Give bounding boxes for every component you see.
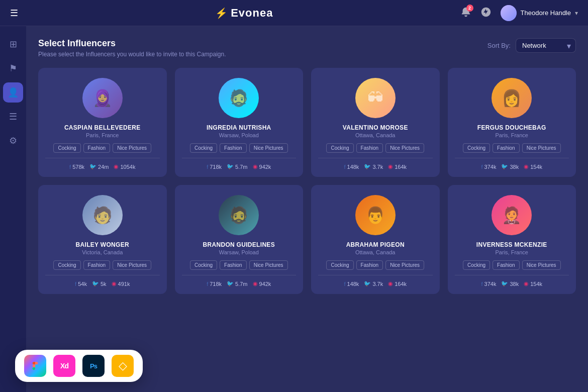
tag[interactable]: Nice Pictures bbox=[249, 143, 288, 153]
instagram-icon: ◉ bbox=[524, 163, 529, 170]
tag[interactable]: Cocking bbox=[463, 260, 490, 270]
divider bbox=[45, 158, 160, 158]
stat-facebook: f374k bbox=[481, 280, 496, 287]
stat-facebook: f54k bbox=[75, 280, 87, 287]
influencer-avatar: 👨 bbox=[355, 195, 396, 235]
influencer-location: Paris, France bbox=[86, 132, 119, 138]
twitter-icon: 🐦 bbox=[501, 280, 508, 287]
tag[interactable]: Fashion bbox=[220, 260, 247, 270]
tag[interactable]: Cocking bbox=[53, 143, 80, 153]
xd-tool[interactable]: Xd bbox=[53, 355, 75, 377]
tw-count: 3.7k bbox=[372, 164, 383, 170]
stat-facebook: f718k bbox=[207, 163, 222, 170]
ig-count: 164k bbox=[395, 164, 407, 170]
twitter-icon: 🐦 bbox=[92, 280, 99, 287]
instagram-icon: ◉ bbox=[388, 280, 393, 287]
influencer-card[interactable]: 🧔INGREDIA NUTRISHAWarsaw, PoloadCockingF… bbox=[175, 68, 304, 177]
ps-tool[interactable]: Ps bbox=[82, 355, 105, 377]
stat-twitter: 🐦5.7m bbox=[227, 280, 247, 287]
influencer-location: Warsaw, Poload bbox=[219, 249, 259, 255]
tag[interactable]: Cocking bbox=[326, 260, 353, 270]
stat-instagram: ◉491k bbox=[112, 280, 130, 287]
tag[interactable]: Fashion bbox=[83, 260, 111, 270]
tag[interactable]: Cocking bbox=[190, 143, 217, 153]
stat-twitter: 🐦5k bbox=[92, 280, 107, 287]
instagram-icon: ◉ bbox=[253, 163, 258, 170]
explore-button[interactable] bbox=[480, 7, 492, 20]
main-content: Select Influencers Please select the Inf… bbox=[26, 26, 588, 392]
tag[interactable]: Nice Pictures bbox=[113, 260, 151, 270]
tag[interactable]: Fashion bbox=[493, 260, 520, 270]
page-subtitle: Please select the Influencers you would … bbox=[38, 51, 226, 58]
influencer-name: FERGUS DOUCHEBAG bbox=[477, 124, 546, 131]
sidebar-item-list[interactable]: ☰ bbox=[3, 107, 23, 127]
influencer-avatar: 👩 bbox=[492, 78, 532, 118]
notification-button[interactable]: 2 bbox=[460, 7, 471, 20]
sort-label: Sort By: bbox=[487, 42, 511, 49]
influencer-card[interactable]: 🧔BRANDON GUIDELINESWarsaw, PoloadCocking… bbox=[175, 185, 304, 294]
stat-twitter: 🐦3.7k bbox=[364, 163, 383, 170]
tag[interactable]: Nice Pictures bbox=[113, 143, 151, 153]
tw-count: 24m bbox=[98, 164, 109, 170]
tag[interactable]: Nice Pictures bbox=[522, 260, 561, 270]
sidebar-item-grid[interactable]: ⊞ bbox=[3, 34, 23, 54]
ig-count: 942k bbox=[259, 281, 271, 287]
influencer-card[interactable]: 👨ABRAHAM PIGEONOttawa, CanadaCockingFash… bbox=[311, 185, 440, 294]
influencer-stats: f718k🐦5.7m◉942k bbox=[207, 280, 271, 287]
influencer-avatar: 🧔 bbox=[219, 78, 259, 118]
figma-tool[interactable] bbox=[24, 355, 46, 377]
influencer-stats: f718k🐦5.7m◉942k bbox=[207, 163, 271, 170]
influencer-tags: CockingFashionNice Pictures bbox=[190, 143, 288, 153]
influencer-card[interactable]: 🕶VALENTINO MOROSEOttawa, CanadaCockingFa… bbox=[311, 68, 440, 177]
stat-facebook: f374k bbox=[481, 163, 496, 170]
tag[interactable]: Nice Pictures bbox=[385, 260, 424, 270]
tag[interactable]: Fashion bbox=[356, 260, 383, 270]
facebook-icon: f bbox=[344, 281, 345, 287]
influencer-tags: CockingFashionNice Pictures bbox=[463, 260, 561, 270]
influencer-name: INGREDIA NUTRISHA bbox=[207, 124, 271, 131]
tag[interactable]: Fashion bbox=[356, 143, 383, 153]
tag[interactable]: Nice Pictures bbox=[522, 143, 561, 153]
sketch-tool[interactable]: ◇ bbox=[112, 355, 134, 377]
twitter-icon: 🐦 bbox=[227, 280, 234, 287]
stat-instagram: ◉164k bbox=[388, 280, 407, 287]
tag[interactable]: Nice Pictures bbox=[249, 260, 288, 270]
user-menu[interactable]: Theodore Handle ▾ bbox=[501, 5, 578, 21]
divider bbox=[455, 275, 569, 275]
sort-wrapper: Network Name Location Followers bbox=[516, 38, 576, 53]
influencer-location: Warsaw, Poload bbox=[219, 132, 259, 138]
influencer-card[interactable]: 🤵INVERNESS MCKENZIEParis, FranceCockingF… bbox=[448, 185, 576, 294]
logo-text: Evonea bbox=[231, 7, 273, 20]
divider bbox=[45, 275, 160, 275]
hamburger-button[interactable]: ☰ bbox=[10, 8, 18, 19]
twitter-icon: 🐦 bbox=[364, 280, 371, 287]
chevron-down-icon: ▾ bbox=[575, 10, 578, 17]
influencer-card[interactable]: 🧕CASPIAN BELLEVEDEREParis, FranceCocking… bbox=[38, 68, 167, 177]
stat-twitter: 🐦24m bbox=[89, 163, 109, 170]
tag[interactable]: Fashion bbox=[220, 143, 247, 153]
influencer-stats: f374k🐦38k◉154k bbox=[481, 280, 542, 287]
tag[interactable]: Cocking bbox=[190, 260, 217, 270]
divider bbox=[182, 158, 297, 158]
logo: ⚡ Evonea bbox=[28, 7, 460, 20]
tag[interactable]: Fashion bbox=[83, 143, 111, 153]
stat-instagram: ◉164k bbox=[388, 163, 407, 170]
influencer-tags: CockingFashionNice Pictures bbox=[326, 260, 424, 270]
tag[interactable]: Nice Pictures bbox=[385, 143, 424, 153]
tag[interactable]: Cocking bbox=[326, 143, 353, 153]
influencer-card[interactable]: 👩FERGUS DOUCHEBAGParis, FranceCockingFas… bbox=[448, 68, 576, 177]
influencer-card[interactable]: 🧑BAILEY WONGERVictoria, CanadaCockingFas… bbox=[38, 185, 167, 294]
influencer-tags: CockingFashionNice Pictures bbox=[190, 260, 288, 270]
sort-select[interactable]: Network Name Location Followers bbox=[516, 38, 576, 53]
sidebar-item-flag[interactable]: ⚑ bbox=[3, 58, 23, 78]
tag[interactable]: Cocking bbox=[463, 143, 490, 153]
tag[interactable]: Cocking bbox=[53, 260, 80, 270]
tag[interactable]: Fashion bbox=[493, 143, 520, 153]
influencer-stats: f148k🐦3.7k◉164k bbox=[344, 280, 407, 287]
ig-count: 164k bbox=[395, 281, 407, 287]
sidebar-item-settings[interactable]: ⚙ bbox=[3, 131, 23, 151]
ig-count: 491k bbox=[118, 281, 130, 287]
floating-toolbar: Xd Ps ◇ bbox=[15, 350, 143, 382]
influencer-avatar: 🧑 bbox=[82, 195, 123, 235]
sidebar-item-users[interactable]: 👤 bbox=[3, 82, 23, 103]
